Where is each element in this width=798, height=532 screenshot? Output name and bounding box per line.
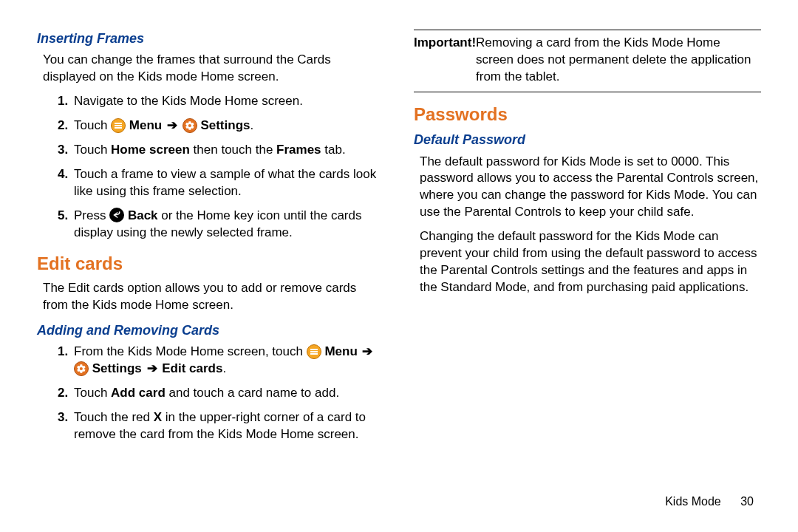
x-label: X [154,410,162,424]
step-number: 4. [58,166,68,183]
intro-inserting-frames: You can change the frames that surround … [43,52,384,86]
settings-label: Settings [200,118,250,132]
steps-adding-removing: 1. From the Kids Mode Home screen, touch… [37,344,384,443]
svg-rect-3 [310,349,318,350]
settings-label: Settings [92,361,146,375]
step-text: Touch [74,386,111,400]
step-1: 1. From the Kids Mode Home screen, touch… [37,344,384,378]
default-pw-p1: The default password for Kids Mode is se… [420,154,761,222]
home-screen-label: Home screen [111,143,190,157]
step-1: 1. Navigate to the Kids Mode Home screen… [37,93,384,110]
step-text: then touch the [190,143,276,157]
svg-rect-4 [310,351,318,352]
settings-icon [183,118,197,133]
step-number: 5. [58,208,68,225]
step-text: Navigate to the Kids Mode Home screen. [74,94,303,108]
settings-icon [74,361,89,376]
step-text: and touch a card name to add. [166,386,339,400]
left-column: Inserting Frames You can change the fram… [37,30,384,480]
intro-edit-cards: The Edit cards option allows you to add … [43,280,384,314]
subheading-inserting-frames: Inserting Frames [37,30,384,47]
step-3: 3. Touch Home screen then touch the Fram… [37,142,384,159]
svg-rect-1 [115,125,122,126]
right-column: Important! Removing a card from the Kids… [414,30,761,480]
back-icon [109,208,124,222]
heading-edit-cards: Edit cards [37,252,384,276]
step-text: Press [74,208,109,222]
footer-page-number: 30 [740,495,754,508]
menu-icon [307,344,321,359]
steps-inserting-frames: 1. Navigate to the Kids Mode Home screen… [37,93,384,242]
important-callout: Important! Removing a card from the Kids… [414,30,761,92]
add-card-label: Add card [111,386,166,400]
step-2: 2. Touch Menu ➔ Settings. [37,117,384,134]
step-number: 3. [58,142,68,159]
heading-passwords: Passwords [414,103,761,126]
default-pw-p2: Changing the default password for the Ki… [420,228,761,296]
back-label: Back [128,208,158,222]
important-text: Removing a card from the Kids Mode Home … [476,35,751,83]
step-text-end: . [222,361,226,375]
step-5: 5. Press Back or the Home key icon until… [37,208,384,242]
step-number: 2. [58,385,68,402]
menu-label: Menu [324,344,361,358]
footer-section: Kids Mode [665,495,721,508]
edit-cards-label: Edit cards [162,361,222,375]
svg-rect-2 [115,127,122,129]
menu-label: Menu [129,118,166,132]
step-number: 3. [58,409,68,426]
step-4: 4. Touch a frame to view a sample of wha… [37,166,384,200]
step-text: Touch the red [74,410,154,424]
svg-rect-0 [115,123,122,124]
arrow-icon: ➔ [147,361,157,378]
arrow-icon: ➔ [362,344,372,361]
important-label: Important! [414,35,476,52]
step-text: Touch a frame to view a sample of what t… [74,167,376,198]
step-text-end: . [250,118,253,132]
step-text-prefix: Touch [74,118,111,132]
step-number: 2. [58,117,68,134]
step-text: From the Kids Mode Home screen, touch [74,344,307,358]
svg-rect-5 [310,353,318,355]
step-text: Touch [74,143,111,157]
step-2: 2. Touch Add card and touch a card name … [37,385,384,402]
page-footer: Kids Mode 30 [665,494,754,510]
step-text: tab. [321,143,346,157]
subheading-adding-removing: Adding and Removing Cards [37,321,384,339]
step-number: 1. [58,344,68,361]
frames-label: Frames [276,143,321,157]
step-number: 1. [58,93,68,110]
menu-icon [111,118,126,133]
step-3: 3. Touch the red X in the upper-right co… [37,409,384,443]
arrow-icon: ➔ [167,117,177,134]
subheading-default-password: Default Password [414,131,761,149]
